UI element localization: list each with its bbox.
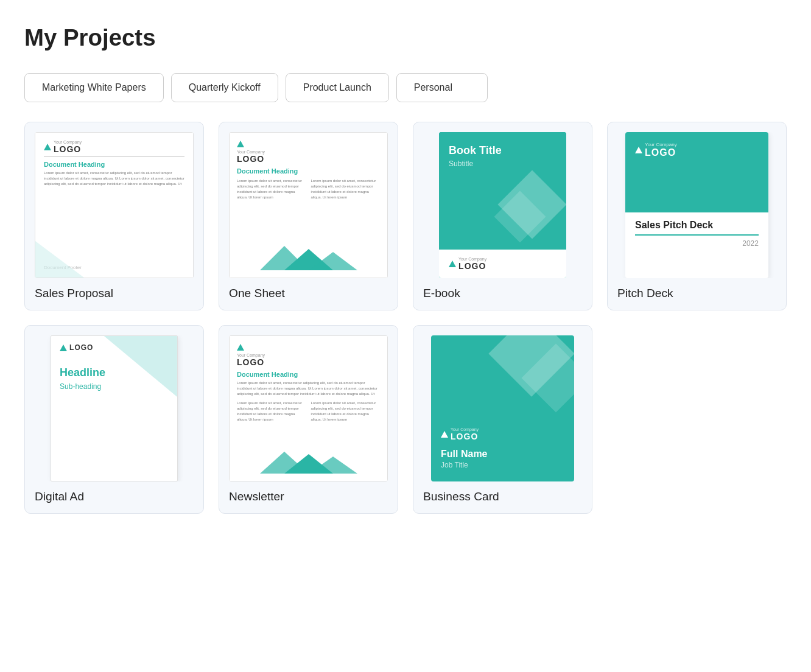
pitch-logo-text: LOGO (645, 147, 677, 158)
biz-logo-text: LOGO (451, 432, 479, 441)
ebook-logo-company: Your Company (458, 257, 486, 261)
project-label-newsletter: Newsletter (229, 490, 388, 503)
project-card-business-card[interactable]: Your Company LOGO Full Name Job Title Bu… (413, 325, 592, 514)
project-label-pitch-deck: Pitch Deck (617, 287, 776, 300)
pitch-title: Sales Pitch Deck (635, 220, 759, 231)
filter-personal[interactable]: Personal (396, 73, 488, 102)
project-thumbnail-business-card: Your Company LOGO Full Name Job Title (423, 335, 582, 481)
projects-grid: Your Company LOGO Document Heading Lorem… (24, 122, 787, 514)
project-thumbnail-ebook: Book Title Subtitle Your Company LOGO (423, 132, 582, 278)
pitch-divider (635, 234, 759, 236)
filter-product-launch[interactable]: Product Launch (286, 73, 389, 102)
project-card-newsletter[interactable]: Your Company LOGO Document Heading Lorem… (219, 325, 398, 514)
logo-company-small: Your Company (54, 140, 82, 144)
ebook-subtitle: Subtitle (449, 159, 556, 168)
project-thumbnail-one-sheet: Your Company LOGO Document Heading Lorem… (229, 132, 388, 278)
doc-heading: Document Heading (44, 161, 184, 168)
project-label-business-card: Business Card (423, 490, 582, 503)
doc-heading-os: Document Heading (237, 167, 380, 175)
project-card-digital-ad[interactable]: LOGO Headline Sub-heading Digital Ad (24, 325, 204, 514)
logo-company-os: Your Company (237, 150, 380, 154)
nl-col1: Lorem ipsum dolor sit amet, consectetur … (237, 401, 306, 422)
ebook-title: Book Title (449, 144, 556, 157)
nl-logo-text: LOGO (237, 357, 380, 367)
project-thumbnail-pitch-deck: Your Company LOGO Sales Pitch Deck 2022 (617, 132, 776, 278)
project-label-digital-ad: Digital Ad (35, 490, 194, 503)
biz-fullname: Full Name (441, 449, 487, 460)
biz-logo-company: Your Company (451, 427, 479, 432)
ad-logo-text: LOGO (69, 343, 93, 352)
project-thumbnail-digital-ad: LOGO Headline Sub-heading (35, 335, 194, 481)
project-label-one-sheet: One Sheet (229, 287, 388, 300)
project-label-ebook: E-book (423, 287, 582, 300)
doc-col1: Lorem ipsum dolor sit amet, consectetur … (237, 178, 306, 200)
pitch-year: 2022 (635, 239, 759, 248)
ad-subheading: Sub-heading (60, 382, 169, 391)
project-label-sales-proposal: Sales Proposal (35, 287, 194, 300)
project-card-sales-proposal[interactable]: Your Company LOGO Document Heading Lorem… (24, 122, 204, 310)
biz-jobtitle: Job Title (441, 461, 487, 469)
accent-shape (35, 241, 84, 278)
doc-body: Lorem ipsum dolor sit amet, consectetur … (44, 170, 184, 187)
project-card-ebook[interactable]: Book Title Subtitle Your Company LOGO (413, 122, 592, 310)
page-title: My Projects (24, 24, 787, 51)
nl-body1: Lorem ipsum dolor sit amet, consectetur … (237, 380, 380, 397)
doc-col2: Lorem ipsum dolor sit amet, consectetur … (311, 178, 381, 200)
ebook-logo-text: LOGO (458, 261, 486, 271)
nl-heading: Document Heading (237, 371, 380, 378)
pitch-logo-company: Your Company (645, 142, 677, 147)
filter-quarterly-kickoff[interactable]: Quarterly Kickoff (171, 73, 278, 102)
filter-marketing-white-papers[interactable]: Marketing White Papers (24, 73, 164, 102)
filter-bar: Marketing White Papers Quarterly Kickoff… (24, 73, 787, 102)
project-thumbnail-sales-proposal: Your Company LOGO Document Heading Lorem… (35, 132, 194, 278)
logo-text-os: LOGO (237, 154, 380, 164)
project-thumbnail-newsletter: Your Company LOGO Document Heading Lorem… (229, 335, 388, 481)
project-card-one-sheet[interactable]: Your Company LOGO Document Heading Lorem… (219, 122, 398, 310)
nl-logo-company: Your Company (237, 353, 380, 357)
nl-col2: Lorem ipsum dolor sit amet, consectetur … (311, 401, 381, 422)
logo-text-big: LOGO (54, 144, 82, 154)
project-card-pitch-deck[interactable]: Your Company LOGO Sales Pitch Deck 2022 … (607, 122, 787, 310)
